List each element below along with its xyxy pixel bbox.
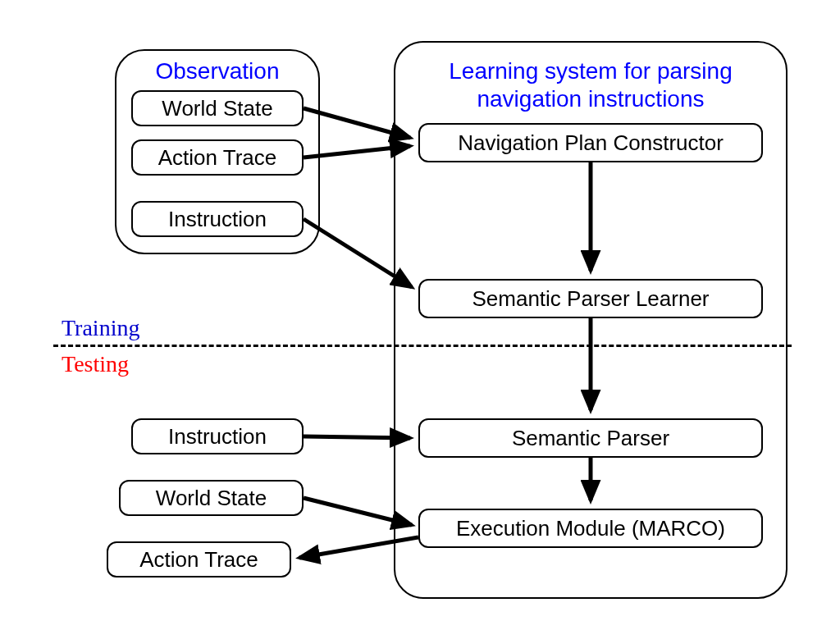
learning-system-title: Learning system for parsing navigation i… <box>410 57 771 112</box>
box-world-state-train: World State <box>131 90 304 126</box>
box-action-trace-test: Action Trace <box>107 541 291 578</box>
box-semantic-parser-learner: Semantic Parser Learner <box>418 279 763 318</box>
box-instruction-train: Instruction <box>131 201 304 237</box>
box-instruction-test: Instruction <box>131 418 304 454</box>
box-action-trace-train: Action Trace <box>131 139 304 176</box>
train-test-divider <box>53 345 792 347</box>
label-training: Training <box>62 315 139 341</box>
box-nav-plan-constructor: Navigation Plan Constructor <box>418 123 763 162</box>
label-testing: Testing <box>62 351 129 377</box>
box-execution-module: Execution Module (MARCO) <box>418 509 763 548</box>
box-semantic-parser: Semantic Parser <box>418 418 763 458</box>
box-world-state-test: World State <box>119 480 304 516</box>
observation-title: Observation <box>115 57 320 85</box>
